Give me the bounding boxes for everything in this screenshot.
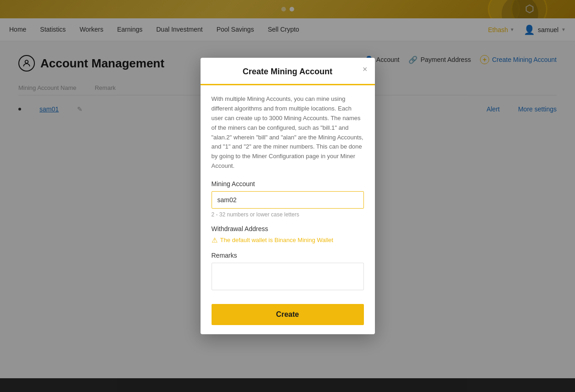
modal-description: With multiple Mining Accounts, you can m… [212,94,364,171]
remarks-group: Remarks [212,252,364,292]
create-button[interactable]: Create [212,304,364,325]
remarks-textarea[interactable] [212,263,364,290]
modal-overlay: Create Mining Account × With multiple Mi… [0,0,575,392]
mining-account-hint: 2 - 32 numbers or lower case letters [212,211,364,218]
mining-account-label: Mining Account [212,180,364,188]
withdrawal-address-group: Withdrawal Address ⚠ The default wallet … [212,225,364,244]
modal-body: With multiple Mining Accounts, you can m… [201,85,375,334]
modal-title: Create Mining Account [243,67,332,76]
mining-account-input[interactable] [212,191,364,209]
modal-header: Create Mining Account × [201,58,375,85]
create-mining-modal: Create Mining Account × With multiple Mi… [201,58,375,334]
warning-icon: ⚠ [212,236,218,244]
remarks-label: Remarks [212,252,364,259]
mining-account-group: Mining Account 2 - 32 numbers or lower c… [212,180,364,218]
withdrawal-warning-text: The default wallet is Binance Mining Wal… [220,237,334,243]
modal-close-button[interactable]: × [363,65,368,73]
withdrawal-warning: ⚠ The default wallet is Binance Mining W… [212,236,364,244]
withdrawal-address-label: Withdrawal Address [212,225,364,232]
